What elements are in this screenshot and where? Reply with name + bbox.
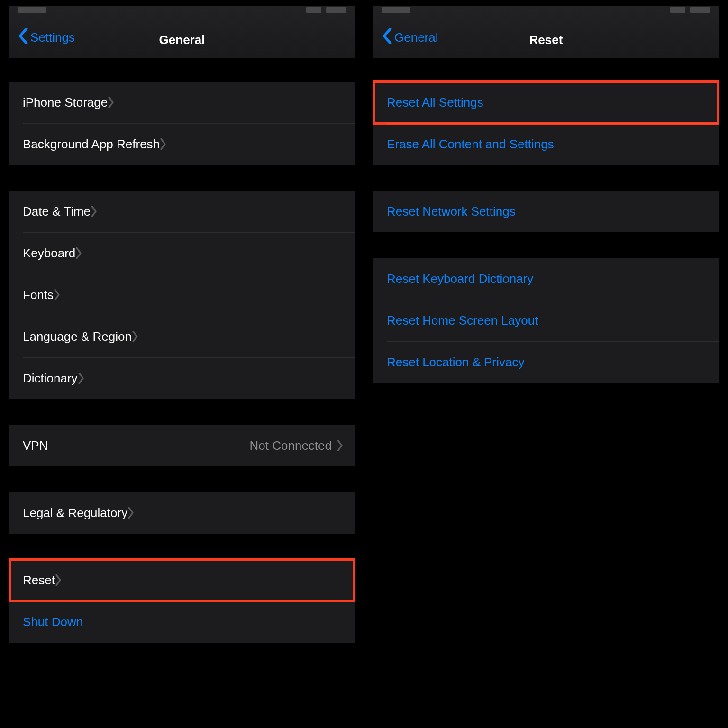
chevron-right-icon (127, 507, 134, 519)
row-label: Date & Time (23, 204, 91, 219)
status-stub (326, 7, 346, 13)
row-label: Legal & Regulatory (23, 506, 127, 520)
content-general[interactable]: iPhone StorageBackground App RefreshDate… (9, 63, 355, 721)
separator (387, 300, 719, 300)
separator (23, 601, 355, 601)
row-vpn[interactable]: VPNNot Connected (9, 425, 355, 466)
separator (23, 123, 355, 124)
settings-group: Reset Keyboard DictionaryReset Home Scre… (373, 258, 719, 383)
group-gap (373, 165, 719, 191)
row-label: Keyboard (23, 246, 75, 261)
group-gap (9, 399, 355, 425)
row-label: Shut Down (23, 615, 83, 629)
row-background-app-refresh[interactable]: Background App Refresh (9, 123, 355, 165)
row-label: Background App Refresh (23, 137, 160, 152)
row-label: Fonts (23, 288, 54, 302)
separator (387, 123, 719, 124)
row-label: Reset (23, 573, 55, 588)
chevron-right-icon (54, 289, 60, 300)
row-label: iPhone Storage (23, 95, 108, 110)
status-stub (690, 7, 710, 13)
group-gap (9, 63, 355, 82)
group-gap (373, 63, 719, 82)
separator (23, 316, 355, 316)
settings-group: iPhone StorageBackground App Refresh (9, 82, 355, 165)
row-value: Not Connected (250, 438, 337, 453)
navbar-reset: General Reset (373, 6, 719, 58)
row-label: Dictionary (23, 371, 78, 386)
settings-group: Legal & Regulatory (9, 492, 355, 534)
row-reset-network[interactable]: Reset Network Settings (373, 191, 719, 232)
settings-group: Reset All SettingsErase All Content and … (373, 82, 719, 165)
chevron-right-icon (75, 247, 82, 259)
content-reset[interactable]: Reset All SettingsErase All Content and … (373, 63, 719, 721)
back-label: Settings (30, 30, 75, 45)
chevron-right-icon (78, 373, 84, 384)
row-shut-down[interactable]: Shut Down (9, 601, 355, 643)
status-stub (18, 7, 46, 13)
row-iphone-storage[interactable]: iPhone Storage (9, 82, 355, 123)
separator (23, 357, 355, 358)
panel-general: Settings General iPhone StorageBackgroun… (0, 0, 364, 728)
chevron-right-icon (91, 206, 97, 217)
row-erase-all[interactable]: Erase All Content and Settings (373, 123, 719, 165)
chevron-left-icon (18, 28, 28, 47)
row-label: Reset Network Settings (387, 204, 516, 219)
row-label: Erase All Content and Settings (387, 137, 554, 152)
row-label: Reset Location & Privacy (387, 355, 524, 370)
panel-inner: General Reset Reset All SettingsErase Al… (373, 6, 719, 721)
row-label: Language & Region (23, 329, 132, 344)
group-gap (9, 165, 355, 191)
back-label: General (394, 30, 438, 45)
chevron-right-icon (337, 440, 343, 451)
settings-group: Date & TimeKeyboardFontsLanguage & Regio… (9, 191, 355, 399)
group-gap (9, 534, 355, 559)
row-reset-all-settings[interactable]: Reset All Settings (373, 82, 719, 123)
chevron-right-icon (108, 97, 114, 108)
row-reset-keyboard-dict[interactable]: Reset Keyboard Dictionary (373, 258, 719, 300)
row-reset-location-privacy[interactable]: Reset Location & Privacy (373, 341, 719, 383)
panel-inner: Settings General iPhone StorageBackgroun… (9, 6, 355, 721)
chevron-right-icon (55, 574, 62, 586)
chevron-right-icon (132, 331, 138, 342)
separator (23, 232, 355, 233)
settings-group: Reset Network Settings (373, 191, 719, 232)
row-date-time[interactable]: Date & Time (9, 191, 355, 232)
status-stub (306, 7, 321, 13)
navbar-general: Settings General (9, 6, 355, 58)
row-label: Reset All Settings (387, 95, 483, 110)
panel-reset: General Reset Reset All SettingsErase Al… (364, 0, 728, 728)
row-label: Reset Home Screen Layout (387, 313, 538, 328)
row-label: VPN (23, 438, 48, 453)
settings-group: VPNNot Connected (9, 425, 355, 466)
chevron-right-icon (160, 138, 166, 150)
status-stub (382, 7, 410, 13)
nav-gap (9, 58, 355, 63)
back-button-general[interactable]: General (382, 28, 438, 47)
settings-group: ResetShut Down (9, 559, 355, 643)
back-button-settings[interactable]: Settings (18, 28, 75, 47)
nav-gap (373, 58, 719, 63)
row-language-region[interactable]: Language & Region (9, 316, 355, 357)
row-dictionary[interactable]: Dictionary (9, 357, 355, 399)
group-gap (373, 232, 719, 258)
separator (23, 274, 355, 274)
separator (387, 341, 719, 342)
row-fonts[interactable]: Fonts (9, 274, 355, 316)
group-gap (9, 466, 355, 492)
row-reset[interactable]: Reset (9, 559, 355, 601)
status-stub (670, 7, 685, 13)
row-keyboard[interactable]: Keyboard (9, 232, 355, 274)
row-label: Reset Keyboard Dictionary (387, 272, 533, 286)
row-legal-regulatory[interactable]: Legal & Regulatory (9, 492, 355, 534)
chevron-left-icon (382, 28, 392, 47)
row-reset-home-layout[interactable]: Reset Home Screen Layout (373, 300, 719, 341)
